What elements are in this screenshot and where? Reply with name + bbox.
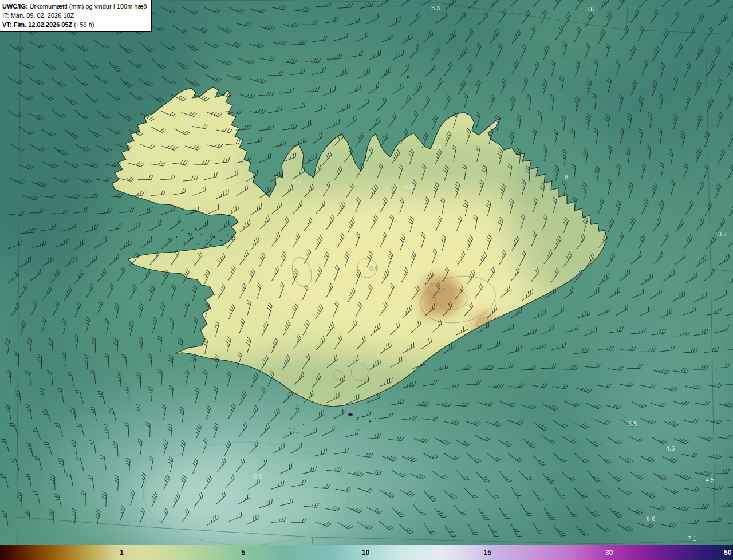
value-label: 8 bbox=[565, 173, 568, 180]
colorbar-tick: 1 bbox=[120, 545, 124, 560]
value-label: 3.6 bbox=[585, 6, 594, 13]
value-label: 4.5 bbox=[706, 476, 714, 483]
value-label: 2.8 bbox=[175, 140, 183, 147]
valid-offset: (+59 h) bbox=[74, 21, 94, 28]
colorbar-tick: 50 bbox=[724, 545, 731, 560]
valid-time: VT: Fim. 12.02.2026 05Z bbox=[2, 21, 72, 28]
value-label: 3.7 bbox=[436, 287, 445, 294]
valid-time-line: VT: Fim. 12.02.2026 05Z(+59 h) bbox=[2, 20, 147, 29]
colorbar: 1510153050 bbox=[0, 545, 733, 560]
colorbar-tick: 5 bbox=[242, 545, 246, 560]
value-label: 3.7 bbox=[477, 328, 486, 334]
value-label: 7.1 bbox=[688, 535, 696, 542]
value-label: 0.9 bbox=[369, 265, 378, 272]
value-label: 4.6 bbox=[187, 120, 195, 127]
colorbar-tick: 10 bbox=[362, 545, 369, 560]
map-title-line: UWC/IG:Úrkomumætti (mm) og vindur í 100m… bbox=[2, 2, 147, 11]
value-label: 3.7 bbox=[718, 231, 727, 238]
init-time-line: IT: Mán. 09. 02. 2026 18Z bbox=[2, 11, 147, 20]
value-label: 4.5 bbox=[666, 445, 675, 452]
value-label: 4.5 bbox=[404, 183, 413, 190]
value-label: 5.5 bbox=[628, 420, 637, 427]
value-label: 4.6 bbox=[433, 143, 442, 150]
map-title-box: UWC/IG:Úrkomumætti (mm) og vindur í 100m… bbox=[0, 0, 152, 32]
value-label: 3.3 bbox=[431, 5, 440, 11]
colorbar-tick: 30 bbox=[605, 545, 613, 560]
value-label: 7 bbox=[134, 257, 137, 264]
colorbar-tick: 15 bbox=[484, 545, 491, 560]
map-title: Úrkomumætti (mm) og vindur í 100m hæð bbox=[30, 3, 147, 10]
value-label: 0.9 bbox=[254, 473, 262, 480]
model-label: UWC/IG: bbox=[2, 3, 28, 10]
value-label: 4.8 bbox=[292, 179, 301, 186]
map-canvas: 3.33.64.62.84.84.64.583.770.93.73.75.54.… bbox=[0, 0, 733, 560]
weather-map-page: 3.33.64.62.84.84.64.583.770.93.73.75.54.… bbox=[0, 0, 733, 560]
value-label: 6.6 bbox=[647, 515, 655, 522]
